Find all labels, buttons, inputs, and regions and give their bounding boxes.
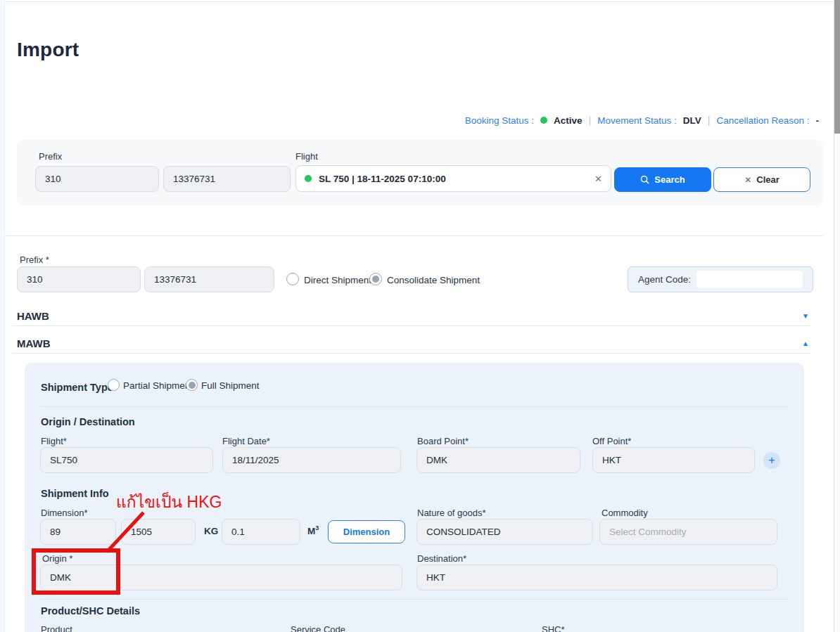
volume-input[interactable]: 0.1	[222, 519, 300, 545]
cancellation-reason-label: Cancellation Reason :	[716, 115, 809, 126]
service-code-label: Service Code	[291, 624, 345, 632]
full-shipment-label: Full Shipment	[201, 380, 260, 391]
add-route-button[interactable]: +	[763, 452, 780, 469]
movement-status-value: DLV	[683, 115, 701, 126]
active-status-dot	[540, 117, 547, 124]
clear-flight-icon[interactable]: ✕	[594, 174, 602, 184]
direct-shipment-label: Direct Shipment	[304, 275, 371, 285]
status-separator: |	[708, 115, 711, 126]
hawb-accordion-header[interactable]: HAWB	[17, 310, 49, 322]
clear-button[interactable]: ✕ Clear	[713, 167, 810, 192]
flight-date-input[interactable]: 18/11/2025	[222, 447, 401, 473]
chevron-down-icon[interactable]: ▼	[802, 312, 809, 320]
consolidate-shipment-radio[interactable]	[369, 273, 382, 285]
off-point-label: Off Point*	[592, 436, 631, 446]
annotation-highlight-box	[32, 548, 120, 595]
board-point-label: Board Point*	[417, 436, 469, 446]
section-divider	[5, 236, 823, 236]
flight-status-dot	[305, 175, 312, 182]
card-divider	[41, 406, 788, 407]
search-prefix-label: Prefix	[39, 151, 62, 162]
flight-select-value: SL 750 | 18-11-2025 07:10:00	[319, 174, 446, 184]
mawb-divider	[12, 353, 811, 354]
nature-of-goods-input[interactable]: CONSOLIDATED	[416, 519, 593, 545]
agent-code-box: Agent Code:	[628, 266, 813, 292]
commodity-label: Commodity	[602, 508, 648, 518]
search-panel: Prefix 310 13376731 Flight SL 750 | 18-1…	[17, 140, 823, 205]
booking-status-label: Booking Status :	[465, 115, 534, 126]
flight-date-label: Flight Date*	[222, 436, 270, 446]
full-shipment-radio[interactable]	[186, 379, 198, 391]
chevron-up-icon[interactable]: ▲	[802, 340, 809, 347]
pieces-input[interactable]: 89	[40, 519, 116, 545]
commodity-placeholder: Select Commodity	[609, 527, 687, 537]
search-prefix-input[interactable]: 310	[35, 166, 159, 192]
shipment-type-label: Shipment Type	[41, 382, 113, 393]
scrollbar-track[interactable]	[834, 0, 840, 632]
awb-input[interactable]: 13376731	[144, 266, 274, 292]
mawb-accordion-header[interactable]: MAWB	[17, 337, 51, 349]
search-awb-input[interactable]: 13376731	[163, 166, 291, 192]
partial-shipment-radio[interactable]	[108, 379, 120, 391]
clear-button-label: Clear	[756, 174, 779, 185]
card-divider	[41, 599, 788, 600]
flight-label: Flight*	[41, 436, 67, 446]
plus-icon: +	[768, 455, 775, 466]
shc-label: SHC*	[542, 624, 565, 632]
commodity-select[interactable]: Select Commodity	[599, 519, 777, 545]
search-flight-label: Flight	[295, 151, 318, 162]
origin-destination-heading: Origin / Destination	[41, 416, 135, 427]
partial-shipment-label: Partial Shipment	[123, 380, 193, 391]
annotation-text: แก้ไขเป็น HKG	[116, 489, 222, 515]
flight-select[interactable]: SL 750 | 18-11-2025 07:10:00 ✕	[295, 165, 611, 192]
nature-of-goods-label: Nature of goods*	[417, 508, 486, 518]
board-point-input[interactable]: DMK	[416, 447, 580, 473]
prefix-input[interactable]: 310	[17, 266, 141, 292]
shipment-info-heading: Shipment Info	[41, 488, 109, 499]
destination-input[interactable]: HKT	[416, 565, 777, 591]
product-shc-heading: Product/SHC Details	[41, 605, 140, 617]
flight-input[interactable]: SL750	[40, 447, 213, 473]
hawb-divider	[12, 325, 811, 326]
search-button[interactable]: Search	[614, 167, 711, 192]
dimension-button[interactable]: Dimension	[328, 520, 405, 543]
booking-status-value: Active	[554, 115, 583, 126]
search-button-label: Search	[654, 174, 685, 185]
status-bar: Booking Status : Active | Movement Statu…	[465, 115, 819, 126]
top-border-line	[5, 1, 834, 2]
agent-code-input[interactable]	[696, 271, 803, 288]
product-label: Product	[41, 624, 72, 632]
consolidate-shipment-label: Consolidate Shipment	[387, 275, 480, 285]
movement-status-label: Movement Status :	[597, 115, 677, 126]
import-page: Import Booking Status : Active | Movemen…	[0, 0, 840, 632]
left-edge-strip	[0, 0, 5, 632]
direct-shipment-radio[interactable]	[286, 273, 299, 285]
volume-unit-label: M3	[307, 524, 319, 536]
scrollbar-thumb[interactable]	[834, 0, 840, 134]
agent-code-label: Agent Code:	[638, 274, 691, 285]
prefix-label: Prefix *	[20, 254, 49, 265]
page-title: Import	[17, 39, 79, 61]
destination-label: Destination*	[417, 553, 466, 564]
search-icon	[640, 175, 649, 184]
cancellation-reason-value: -	[816, 115, 820, 126]
off-point-input[interactable]: HKT	[592, 447, 755, 473]
weight-unit-label: KG	[204, 526, 218, 536]
status-separator: |	[589, 115, 592, 126]
weight-input[interactable]: 1505	[121, 519, 196, 545]
clear-icon: ✕	[744, 175, 751, 185]
dimension-label: Dimension*	[41, 508, 87, 518]
